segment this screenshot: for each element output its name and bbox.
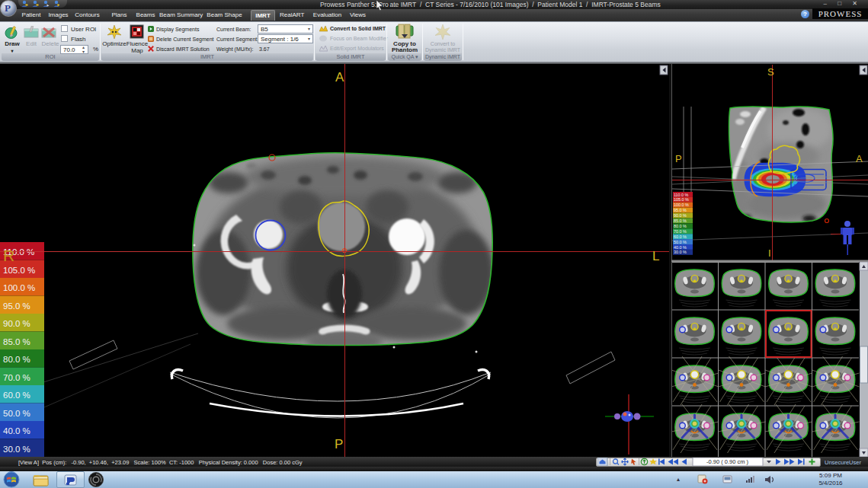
svg-text:A: A — [335, 70, 344, 85]
svg-text:70.0 %: 70.0 % — [674, 229, 687, 234]
svg-text:P: P — [335, 437, 343, 451]
svg-text:90.0 %: 90.0 % — [674, 213, 687, 218]
svg-text:90.0 %: 90.0 % — [3, 319, 30, 328]
svg-text:105.0 %: 105.0 % — [674, 197, 689, 202]
svg-text:30.0 %: 30.0 % — [674, 250, 687, 254]
svg-text:40.0 %: 40.0 % — [3, 426, 30, 435]
svg-text:L: L — [652, 249, 659, 263]
svg-text:A: A — [856, 153, 863, 164]
svg-text:P: P — [675, 153, 682, 164]
svg-text:R: R — [3, 247, 14, 264]
svg-text:110.0 %: 110.0 % — [674, 193, 689, 197]
svg-text:40.0 %: 40.0 % — [674, 245, 687, 250]
svg-text:70.0 %: 70.0 % — [3, 373, 30, 382]
svg-text:50.0 %: 50.0 % — [674, 240, 687, 244]
svg-text:100.0 %: 100.0 % — [3, 283, 35, 292]
svg-text:I: I — [768, 247, 771, 259]
svg-text:80.0 %: 80.0 % — [674, 224, 687, 228]
svg-text:-0.90 ( 0.90 cm ): -0.90 ( 0.90 cm ) — [706, 458, 749, 465]
svg-text:S: S — [767, 66, 774, 78]
svg-text:60.0 %: 60.0 % — [674, 234, 687, 239]
svg-text:100.0 %: 100.0 % — [674, 203, 689, 207]
svg-text:80.0 %: 80.0 % — [3, 355, 30, 364]
svg-text:105.0 %: 105.0 % — [3, 266, 35, 275]
svg-text:95.0 %: 95.0 % — [3, 301, 30, 311]
svg-text:85.0 %: 85.0 % — [674, 218, 687, 223]
svg-text:85.0 %: 85.0 % — [3, 337, 30, 346]
svg-text:50.0 %: 50.0 % — [3, 409, 30, 418]
svg-text:95.0 %: 95.0 % — [674, 208, 687, 212]
svg-text:30.0 %: 30.0 % — [3, 445, 30, 454]
svg-text:60.0 %: 60.0 % — [3, 391, 30, 400]
